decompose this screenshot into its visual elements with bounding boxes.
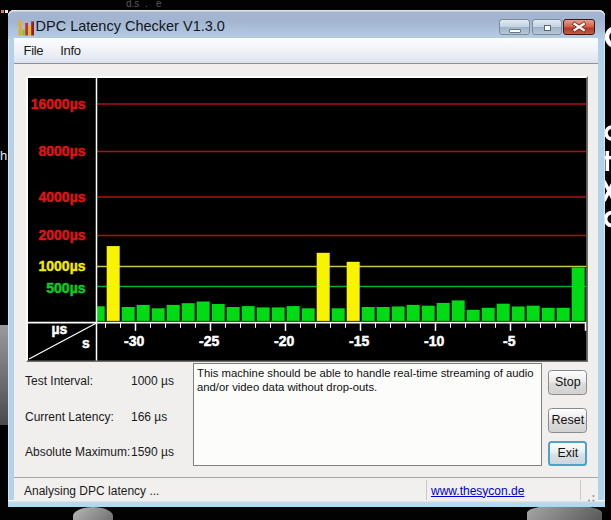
svg-text:-30: -30: [124, 332, 144, 348]
svg-text:-20: -20: [274, 332, 294, 348]
svg-text:16000µs: 16000µs: [30, 96, 85, 112]
svg-text:-25: -25: [199, 332, 219, 348]
svg-text:1000µs: 1000µs: [38, 257, 85, 273]
svg-text:2000µs: 2000µs: [38, 227, 85, 243]
svg-text:4000µs: 4000µs: [38, 189, 85, 205]
svg-text:-5: -5: [502, 332, 515, 348]
svg-text:s: s: [82, 335, 90, 351]
svg-text:8000µs: 8000µs: [38, 143, 85, 159]
svg-text:500µs: 500µs: [46, 279, 85, 295]
svg-text:µs: µs: [51, 321, 67, 337]
svg-text:-15: -15: [349, 332, 369, 348]
svg-text:-10: -10: [424, 332, 444, 348]
